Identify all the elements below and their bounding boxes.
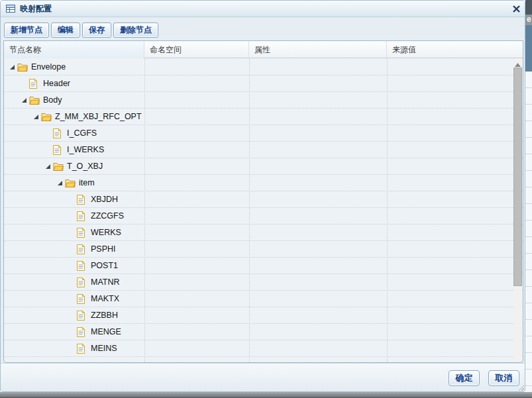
expander-spacer: [66, 343, 77, 354]
background-bottom-bar: [0, 392, 532, 398]
tree-node-label: MAKTX: [91, 294, 119, 303]
tree-row[interactable]: Body: [4, 92, 523, 109]
folder-icon: [41, 111, 52, 122]
document-icon: [77, 326, 88, 337]
save-button[interactable]: 保存: [82, 23, 111, 38]
expander-icon[interactable]: [30, 111, 41, 122]
expander-spacer: [66, 310, 77, 321]
document-icon: [77, 260, 88, 271]
expander-spacer: [66, 227, 77, 238]
document-icon: [53, 144, 64, 155]
tree-node-label: WERKS: [91, 228, 121, 237]
tree-node-label: MENGE: [91, 327, 121, 336]
expander-spacer: [42, 128, 53, 138]
tree-row[interactable]: WERKS: [4, 224, 523, 241]
document-icon: [77, 343, 88, 354]
document-icon: [77, 293, 88, 304]
tree-node-label: POST1: [91, 261, 118, 270]
expander-spacer: [66, 326, 77, 337]
vertical-scrollbar[interactable]: [513, 59, 522, 361]
document-icon: [77, 194, 88, 205]
tree-row[interactable]: T_O_XBJ: [4, 158, 523, 175]
tree-rows: EnvelopeHeaderBodyZ_MM_XBJ_RFC_OPTI_CGFS…: [4, 59, 523, 357]
folder-icon: [29, 95, 40, 105]
document-icon: [29, 78, 40, 89]
tree-row[interactable]: I_CGFS: [4, 125, 523, 142]
tree-row[interactable]: MATNR: [4, 274, 523, 291]
delete-node-button[interactable]: 删除节点: [113, 23, 158, 38]
expander-spacer: [66, 277, 77, 287]
expander-icon[interactable]: [7, 62, 17, 72]
tree-node-label: I_CGFS: [67, 128, 97, 138]
tree-row[interactable]: POST1: [4, 258, 523, 274]
close-icon[interactable]: [511, 3, 521, 14]
background-panel-block: [525, 25, 532, 72]
tree-node-label: Envelope: [31, 62, 66, 72]
tree-row[interactable]: I_WERKS: [4, 142, 523, 158]
tree-row[interactable]: MAKTX: [4, 291, 523, 307]
folder-icon: [17, 62, 28, 72]
document-icon: [77, 227, 88, 238]
ok-button[interactable]: 确定: [449, 370, 480, 386]
tree-node-label: ZZBBH: [91, 311, 118, 320]
grid-header: 节点名称 命名空间 属性 来源值: [4, 41, 523, 58]
footer-bar: 确定 取消: [1, 363, 525, 391]
scroll-up-icon[interactable]: [513, 59, 522, 67]
expander-icon[interactable]: [19, 95, 29, 105]
expander-spacer: [66, 211, 77, 221]
tree-row[interactable]: ZZCGFS: [4, 208, 523, 224]
expander-spacer: [42, 144, 53, 155]
expander-spacer: [66, 244, 77, 254]
document-icon: [53, 128, 64, 138]
tree-node-label: Header: [43, 79, 70, 88]
expander-icon[interactable]: [54, 177, 65, 188]
tree-node-label: Z_MM_XBJ_RFC_OPT: [55, 112, 142, 121]
tree-row[interactable]: MEINS: [4, 340, 523, 357]
expander-spacer: [66, 260, 77, 271]
document-icon: [77, 244, 88, 254]
document-icon: [77, 211, 88, 221]
mapping-config-dialog: 映射配置 新增节点 编辑 保存 删除节点 节点名称 命名空间 属性 来源值 En…: [0, 0, 525, 392]
dialog-title: 映射配置: [20, 3, 52, 15]
document-icon: [77, 310, 88, 321]
tree-row[interactable]: MENGE: [4, 324, 523, 340]
expander-spacer: [66, 194, 77, 205]
add-node-button[interactable]: 新增节点: [4, 23, 49, 38]
column-header-namespace[interactable]: 命名空间: [144, 41, 249, 58]
expander-icon[interactable]: [42, 161, 53, 172]
expander-spacer: [66, 293, 77, 304]
document-icon: [77, 277, 88, 287]
tree-row[interactable]: PSPHI: [4, 241, 523, 258]
tree-row[interactable]: Envelope: [4, 59, 523, 75]
tree-row[interactable]: item: [4, 175, 523, 191]
tree-node-label: XBJDH: [91, 195, 118, 204]
tree-row[interactable]: Z_MM_XBJ_RFC_OPT: [4, 109, 523, 125]
scrollbar-thumb[interactable]: [513, 68, 522, 286]
background-grid-rows: [525, 72, 532, 392]
tree-node-label: Body: [43, 95, 62, 105]
tree-node-label: PSPHI: [91, 244, 116, 254]
expander-spacer: [19, 78, 29, 89]
background-page-strip: e: [525, 0, 532, 392]
tree-node-label: ZZCGFS: [91, 211, 124, 221]
edit-button[interactable]: 编辑: [51, 23, 80, 38]
folder-icon: [53, 161, 64, 172]
column-header-node-name[interactable]: 节点名称: [4, 41, 144, 58]
grid-body: EnvelopeHeaderBodyZ_MM_XBJ_RFC_OPTI_CGFS…: [4, 59, 523, 362]
tree-row[interactable]: XBJDH: [4, 191, 523, 208]
tree-node-label: MATNR: [91, 277, 120, 287]
tree-node-label: I_WERKS: [67, 145, 104, 154]
tree-row[interactable]: Header: [4, 75, 523, 92]
background-header-bar: [525, 0, 532, 15]
table-icon: [5, 3, 16, 14]
tree-row[interactable]: ZZBBH: [4, 307, 523, 324]
tree-node-label: MEINS: [91, 344, 117, 353]
toolbar: 新增节点 编辑 保存 删除节点: [4, 23, 158, 38]
column-header-attribute[interactable]: 属性: [249, 41, 387, 58]
title-bar: 映射配置: [1, 1, 525, 17]
column-header-source-value[interactable]: 来源值: [387, 41, 523, 58]
mapping-tree-grid: 节点名称 命名空间 属性 来源值 EnvelopeHeaderBodyZ_MM_…: [3, 40, 523, 363]
folder-icon: [65, 177, 76, 188]
tree-node-label: item: [79, 178, 95, 187]
cancel-button[interactable]: 取消: [488, 370, 519, 386]
